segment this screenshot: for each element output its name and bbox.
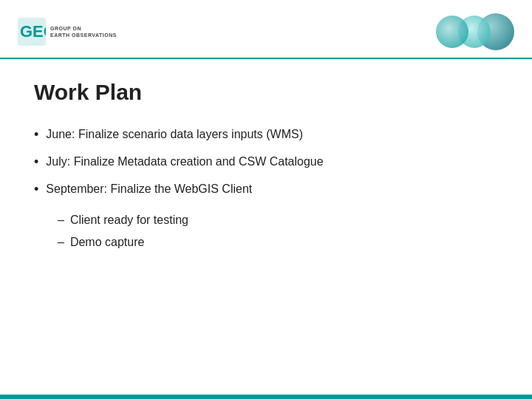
footer-line [0, 395, 532, 399]
sub-dash: – [58, 233, 64, 251]
circles-decoration [436, 13, 514, 50]
sub-item-text: Client ready for testing [70, 211, 188, 229]
logo-line2: EARTH OBSERVATIONS [50, 32, 117, 38]
bullet-text: September: Finalize the WebGIS Client [46, 180, 252, 198]
bullet-dot: • [34, 153, 38, 171]
geo-icon: GEO [18, 18, 46, 46]
svg-text:GEO: GEO [20, 22, 46, 41]
sub-list: – Client ready for testing – Demo captur… [34, 211, 188, 256]
slide: GEO GROUP ON EARTH OBSERVATIONS Work Pla… [0, 0, 532, 399]
sub-item: – Client ready for testing [58, 211, 188, 229]
circle-1 [436, 16, 468, 48]
logo-area: GEO GROUP ON EARTH OBSERVATIONS [18, 18, 117, 46]
header: GEO GROUP ON EARTH OBSERVATIONS [0, 0, 532, 59]
bullet-list: • June: Finalize scenario data layers in… [34, 126, 498, 256]
sub-item: – Demo capture [58, 233, 188, 251]
main-content: Work Plan • June: Finalize scenario data… [0, 59, 532, 279]
sub-dash: – [58, 211, 64, 229]
list-item: • July: Finalize Metadata creation and C… [34, 153, 498, 171]
bullet-dot: • [34, 180, 38, 199]
logo-text-block: GROUP ON EARTH OBSERVATIONS [50, 25, 117, 38]
geo-logo: GEO GROUP ON EARTH OBSERVATIONS [18, 18, 117, 46]
bullet-dot: • [34, 126, 38, 144]
bullet-text: July: Finalize Metadata creation and CSW… [46, 153, 323, 171]
page-title: Work Plan [34, 80, 498, 105]
list-item: • June: Finalize scenario data layers in… [34, 126, 498, 144]
sub-item-text: Demo capture [70, 233, 145, 251]
bullet-text: June: Finalize scenario data layers inpu… [46, 126, 303, 143]
list-item: • September: Finalize the WebGIS Client … [34, 180, 498, 255]
logo-line1: GROUP ON [50, 25, 117, 32]
